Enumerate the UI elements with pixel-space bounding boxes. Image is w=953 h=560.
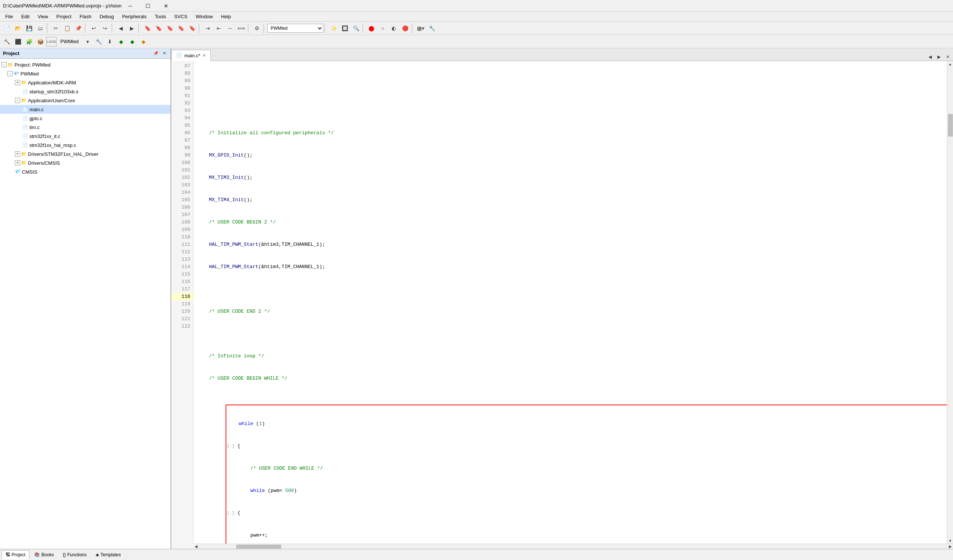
bottom-tab-books[interactable]: 📚 Books [30, 550, 58, 559]
scroll-thumb[interactable] [948, 114, 953, 136]
expand-icon[interactable]: + [15, 152, 20, 156]
scroll-down-button[interactable]: ▼ [947, 538, 953, 544]
bottom-tab-templates[interactable]: ◈ Templates [92, 550, 125, 559]
build4-button[interactable]: 📦 [35, 37, 45, 46]
hscroll-thumb[interactable] [236, 545, 281, 548]
expand-icon[interactable]: - [15, 98, 20, 103]
cut-button[interactable]: ✂ [51, 23, 61, 33]
close-panel-button[interactable]: ✕ [161, 50, 168, 57]
bookmark4-button[interactable]: 🔖 [176, 23, 186, 33]
indent3-button[interactable]: ↔ [225, 23, 235, 33]
cpu-button[interactable]: 🔲 [340, 23, 350, 33]
build2-button[interactable]: ⬛ [12, 37, 23, 46]
magic-button[interactable]: ✨ [328, 23, 339, 33]
tree-item-user-core[interactable]: - 📁 Application/User/Core [0, 96, 171, 105]
tab-close-button[interactable]: ✕ [203, 53, 206, 58]
close-button[interactable]: ✕ [157, 0, 175, 12]
hscroll-track[interactable] [199, 545, 948, 549]
redo-button[interactable]: ↪ [100, 23, 110, 33]
scroll-track[interactable] [948, 67, 953, 538]
tab-close-editor[interactable]: ✕ [944, 53, 951, 60]
menu-edit[interactable]: Edit [17, 12, 33, 20]
pin-button[interactable]: 📌 [153, 50, 159, 57]
open-button[interactable]: 📂 [12, 23, 23, 33]
code-line-92: /* USER CODE BEGIN 2 */ [197, 219, 947, 226]
tree-item-gpio-c[interactable]: 📄 gpio.c [0, 114, 171, 123]
hscroll-left-button[interactable]: ◀ [194, 544, 199, 549]
menu-svcs[interactable]: SVCS [171, 12, 191, 20]
indent2-button[interactable]: ⇤ [214, 23, 224, 33]
line-num-104: 104 [171, 189, 193, 196]
chip2-button[interactable]: ◆ [127, 37, 137, 46]
back-button[interactable]: ◀ [115, 23, 126, 33]
tree-item-main-c[interactable]: 📄 main.c [0, 105, 171, 114]
find-button[interactable]: 🔍 [351, 23, 361, 33]
debug2-button[interactable]: 🔴 [400, 23, 410, 33]
menu-debug[interactable]: Debug [96, 12, 118, 20]
maximize-button[interactable]: ☐ [140, 0, 157, 12]
tree-item-hal-msp-c[interactable]: 📄 stm32f1xx_hal_msp.c [0, 141, 171, 150]
tree-item-cmsis[interactable]: 💎 CMSIS [0, 167, 171, 176]
paste-button[interactable]: 📌 [73, 23, 83, 33]
bookmark3-button[interactable]: 🔖 [165, 23, 175, 33]
forward-button[interactable]: ▶ [127, 23, 137, 33]
download1-button[interactable]: ⬇ [105, 37, 115, 46]
menu-file[interactable]: File [2, 12, 17, 20]
tree-item-tim-c[interactable]: 📄 tim.c [0, 123, 171, 131]
undo-button[interactable]: ↩ [88, 23, 99, 33]
tree-item-mdk-arm[interactable]: + 📁 Application/MDK-ARM [0, 78, 171, 87]
menu-view[interactable]: View [34, 12, 52, 20]
editor-tab-main-c[interactable]: 📄 main.c* ✕ [171, 50, 211, 61]
expand-icon[interactable]: - [2, 62, 7, 67]
new-file-button[interactable]: 📄 [2, 23, 12, 33]
menu-peripherals[interactable]: Peripherals [118, 12, 151, 20]
indent1-button[interactable]: ⇥ [203, 23, 213, 33]
run-button[interactable]: ○ [377, 23, 388, 33]
menu-help[interactable]: Help [217, 12, 235, 20]
tree-item-hal-driver[interactable]: + 📁 Drivers/STM32F1xx_HAL_Driver [0, 150, 171, 158]
expand-icon[interactable]: + [15, 160, 20, 166]
menu-flash[interactable]: Flash [76, 12, 95, 20]
load-button[interactable]: LOAD [46, 37, 57, 46]
config1-button[interactable]: 🔧 [93, 37, 104, 46]
dropdown-arrow[interactable]: ▾ [82, 37, 93, 46]
view-dropdown-button[interactable]: ▦▾ [416, 23, 426, 33]
menu-window[interactable]: Window [192, 12, 216, 20]
scroll-up-button[interactable]: ▲ [947, 61, 953, 67]
build1-button[interactable]: 🔨 [2, 37, 12, 46]
menu-project[interactable]: Project [53, 12, 75, 20]
bottom-tab-functions[interactable]: {} Functions [59, 550, 91, 559]
code-editor[interactable]: /* Initialize all configured peripherals… [194, 61, 947, 544]
tree-item-startup[interactable]: 📄 startup_stm32f103xb.s [0, 87, 171, 96]
stop-button[interactable]: ⬤ [366, 23, 377, 33]
tab-scroll-left[interactable]: ◀ [926, 53, 934, 60]
hscroll-right-button[interactable]: ▶ [948, 544, 953, 549]
tree-item-cmsis-folder[interactable]: + 📁 Drivers/CMSIS [0, 158, 171, 167]
tab-scroll-right[interactable]: ▶ [935, 53, 942, 60]
save-button[interactable]: 💾 [24, 23, 34, 33]
minimize-button[interactable]: ─ [122, 0, 139, 12]
tree-item-project[interactable]: - 📁 Project: PWMled [0, 60, 171, 69]
debug1-button[interactable]: ◐ [389, 23, 399, 33]
tree-item-it-c[interactable]: 📄 stm32f1xx_it.c [0, 131, 171, 141]
expand-icon[interactable]: - [8, 71, 12, 76]
line-num-110: 110 [171, 234, 193, 241]
bookmark2-button[interactable]: 🔖 [154, 23, 164, 33]
code-line-89: MX_GPIO_Init(); [197, 152, 947, 159]
tree-item-pwmled[interactable]: - 💎 PWMled [0, 69, 171, 78]
bottom-tab-project[interactable]: 🏗 Project [2, 550, 29, 559]
bookmark1-button[interactable]: 🔖 [142, 23, 153, 33]
separator5 [199, 23, 201, 33]
wrench-button[interactable]: 🔧 [427, 23, 437, 33]
copy-button[interactable]: 📋 [62, 23, 72, 33]
build3-button[interactable]: 🧩 [24, 37, 34, 46]
menu-tools[interactable]: Tools [151, 12, 170, 20]
indent4-button[interactable]: ⟺ [236, 23, 247, 33]
expand-icon[interactable]: + [15, 80, 20, 85]
chip3-button[interactable]: ◆ [138, 37, 149, 46]
chip1-button[interactable]: ◆ [116, 37, 126, 46]
save-all-button[interactable]: 🗂 [35, 23, 45, 33]
bookmark5-button[interactable]: 🔖 [187, 23, 197, 33]
settings-button[interactable]: ⚙ [251, 23, 262, 33]
target-dropdown[interactable]: PWMled [267, 24, 323, 33]
